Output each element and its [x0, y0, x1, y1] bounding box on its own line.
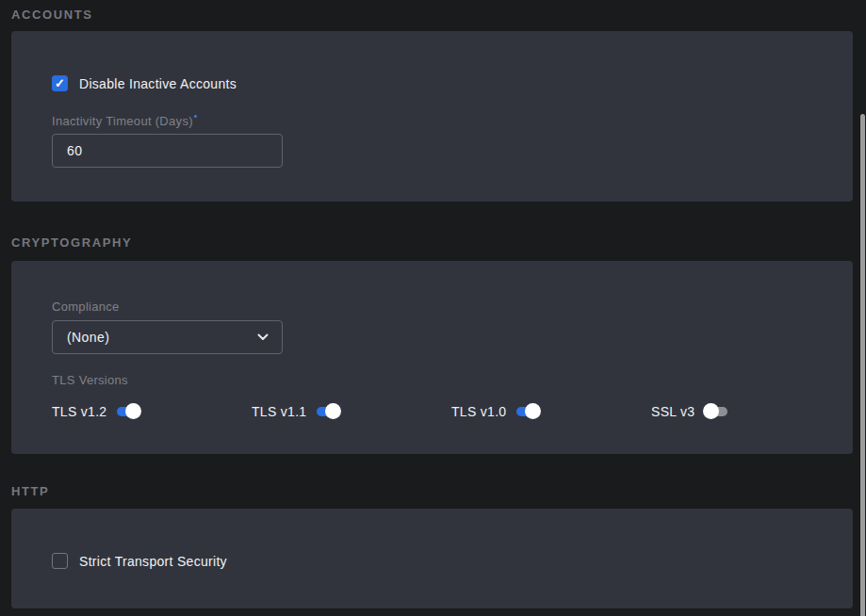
ssl-v3-item: SSL v3	[651, 403, 851, 419]
scrollbar-thumb[interactable]	[860, 114, 865, 616]
section-title-http: HTTP	[11, 454, 853, 498]
tls-versions-label: TLS Versions	[52, 374, 853, 386]
strict-transport-security-row[interactable]: ✓ Strict Transport Security	[52, 553, 853, 569]
tls-v1-1-label: TLS v1.1	[252, 404, 306, 419]
tls-v1-2-label: TLS v1.2	[52, 404, 106, 419]
tls-v1-1-item: TLS v1.1	[252, 403, 451, 419]
check-icon: ✓	[53, 76, 67, 90]
tls-v1-2-toggle[interactable]	[116, 403, 140, 419]
required-marker: •	[194, 111, 198, 122]
tls-v1-1-toggle[interactable]	[316, 403, 340, 419]
toggle-knob	[703, 403, 719, 419]
ssl-v3-toggle[interactable]	[704, 403, 728, 419]
toggle-knob	[325, 403, 341, 419]
inactivity-timeout-input[interactable]	[52, 134, 283, 168]
compliance-select[interactable]: (None)	[52, 320, 283, 354]
inactivity-timeout-label: Inactivity Timeout (Days)•	[52, 110, 853, 127]
toggle-knob	[125, 403, 141, 419]
cryptography-card: Compliance (None) TLS Versions TLS v1.2 …	[11, 261, 853, 454]
http-card: ✓ Strict Transport Security	[11, 509, 853, 608]
chevron-down-icon	[257, 333, 269, 341]
section-title-cryptography: CRYPTOGRAPHY	[11, 202, 853, 250]
section-title-accounts: ACCOUNTS	[11, 0, 853, 22]
strict-transport-security-label: Strict Transport Security	[79, 554, 227, 569]
disable-inactive-accounts-row[interactable]: ✓ Disable Inactive Accounts	[52, 75, 853, 91]
cryptography-section: CRYPTOGRAPHY Compliance (None) TLS Versi…	[11, 202, 853, 454]
http-section: HTTP ✓ Strict Transport Security	[11, 454, 853, 608]
tls-v1-2-item: TLS v1.2	[52, 403, 252, 419]
ssl-v3-label: SSL v3	[651, 404, 694, 419]
accounts-card: ✓ Disable Inactive Accounts Inactivity T…	[11, 31, 853, 202]
disable-inactive-accounts-label: Disable Inactive Accounts	[79, 76, 237, 91]
compliance-label: Compliance	[52, 300, 853, 313]
compliance-selected-value: (None)	[67, 330, 109, 345]
tls-toggle-row: TLS v1.2 TLS v1.1 TLS v1.0	[52, 403, 853, 419]
tls-v1-0-toggle[interactable]	[515, 403, 540, 419]
tls-v1-0-label: TLS v1.0	[451, 404, 506, 419]
accounts-section: ACCOUNTS ✓ Disable Inactive Accounts Ina…	[11, 0, 853, 202]
toggle-knob	[525, 403, 541, 419]
disable-inactive-accounts-checkbox[interactable]: ✓	[52, 75, 68, 91]
tls-v1-0-item: TLS v1.0	[451, 403, 651, 419]
strict-transport-security-checkbox[interactable]: ✓	[52, 553, 68, 569]
